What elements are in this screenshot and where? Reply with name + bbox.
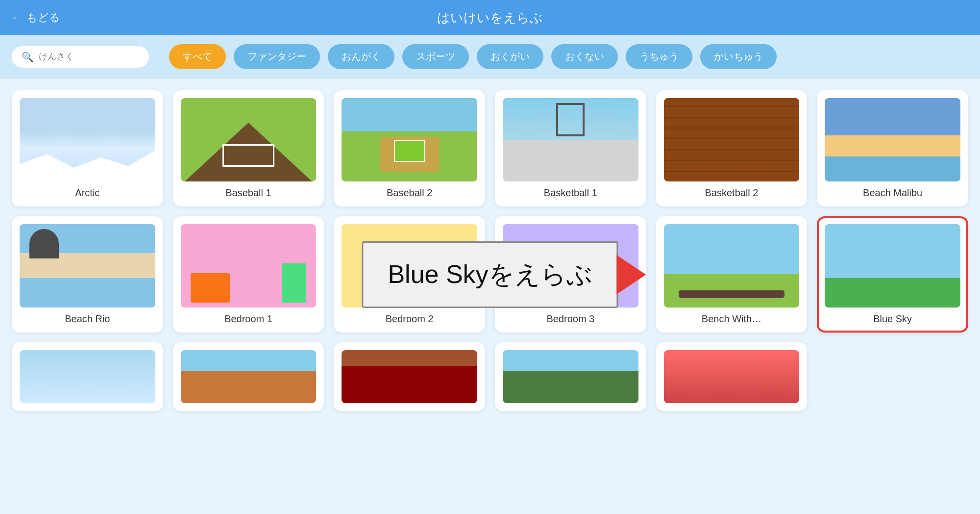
label-arctic: Arctic [75, 187, 99, 199]
card-bedroom1[interactable]: Bedroom 1 [173, 216, 324, 333]
label-beach-rio: Beach Rio [65, 313, 110, 325]
filter-fantasy[interactable]: ファンタジー [234, 44, 320, 69]
label-beach-malibu: Beach Malibu [863, 187, 922, 199]
thumb-row3-1 [20, 350, 155, 403]
card-row3-3[interactable] [334, 342, 485, 411]
page-title: はいけいをえらぶ [437, 9, 543, 26]
thumb-bedroom1 [181, 224, 317, 308]
search-input[interactable] [39, 51, 139, 62]
thumb-arctic [20, 98, 155, 181]
grid-row1: Arctic Baseball 1 Baseball 2 Basketball … [12, 90, 968, 206]
label-blue-sky: Blue Sky [873, 313, 912, 325]
thumb-bedroom2 [342, 224, 477, 308]
label-basketball1: Basketball 1 [544, 187, 597, 199]
card-row3-1[interactable] [12, 342, 163, 411]
card-beach-rio[interactable]: Beach Rio [12, 216, 163, 333]
search-box[interactable]: 🔍 [12, 46, 149, 68]
thumb-blue-sky [825, 224, 960, 308]
thumb-baseball1 [181, 98, 317, 181]
thumb-bench [664, 224, 800, 308]
grid-row2: Beach Rio Bedroom 1 Bedroom 2 Bedroom 3 … [12, 216, 968, 333]
card-bedroom3[interactable]: Bedroom 3 [495, 216, 646, 333]
filter-music[interactable]: おんがく [328, 44, 394, 69]
label-bedroom3: Bedroom 3 [546, 313, 594, 325]
card-bench[interactable]: Bench With… [656, 216, 808, 333]
label-basketball2: Basketball 2 [705, 187, 759, 199]
card-arctic[interactable]: Arctic [12, 90, 163, 206]
label-bench: Bench With… [702, 313, 761, 325]
card-row3-4[interactable] [495, 342, 646, 411]
filter-underwater[interactable]: かいちゅう [700, 44, 777, 69]
thumb-bedroom3 [503, 224, 638, 308]
back-button[interactable]: ← もどる [12, 10, 60, 25]
card-bedroom2[interactable]: Bedroom 2 [334, 216, 485, 333]
thumb-row3-3 [342, 350, 477, 403]
label-bedroom1: Bedroom 1 [224, 313, 272, 325]
thumb-row3-2 [181, 350, 317, 403]
divider [159, 45, 159, 69]
search-icon: 🔍 [22, 51, 34, 63]
grid-row3 [12, 342, 968, 411]
back-label: もどる [26, 10, 60, 25]
filter-indoor[interactable]: おくない [551, 44, 618, 69]
thumb-row3-5 [664, 350, 800, 403]
header: ← もどる はいけいをえらぶ [0, 0, 980, 35]
thumb-beach-malibu [825, 98, 960, 181]
thumb-beach-rio [20, 224, 155, 308]
row2-container: Beach Rio Bedroom 1 Bedroom 2 Bedroom 3 … [12, 216, 968, 333]
thumb-baseball2 [342, 98, 477, 181]
thumb-row3-4 [503, 350, 638, 403]
card-baseball1[interactable]: Baseball 1 [173, 90, 324, 206]
label-baseball2: Baseball 2 [387, 187, 432, 199]
card-row3-5[interactable] [656, 342, 808, 411]
filter-sports[interactable]: スポーツ [402, 44, 469, 69]
card-row3-2[interactable] [173, 342, 324, 411]
card-basketball1[interactable]: Basketball 1 [495, 90, 646, 206]
filter-all[interactable]: すべて [169, 44, 226, 69]
label-baseball1: Baseball 1 [225, 187, 271, 199]
card-beach-malibu[interactable]: Beach Malibu [817, 90, 968, 206]
card-basketball2[interactable]: Basketball 2 [656, 90, 808, 206]
filter-bar: 🔍 すべて ファンタジー おんがく スポーツ おくがい おくない うちゅう かい… [0, 35, 980, 78]
thumb-basketball2 [664, 98, 800, 181]
grid-area: Arctic Baseball 1 Baseball 2 Basketball … [0, 78, 980, 423]
card-blue-sky[interactable]: Blue Sky [817, 216, 968, 333]
thumb-basketball1 [503, 98, 638, 181]
filter-space[interactable]: うちゅう [626, 44, 692, 69]
back-arrow-icon: ← [12, 11, 23, 24]
filter-outdoor[interactable]: おくがい [477, 44, 543, 69]
label-bedroom2: Bedroom 2 [386, 313, 434, 325]
card-baseball2[interactable]: Baseball 2 [334, 90, 485, 206]
